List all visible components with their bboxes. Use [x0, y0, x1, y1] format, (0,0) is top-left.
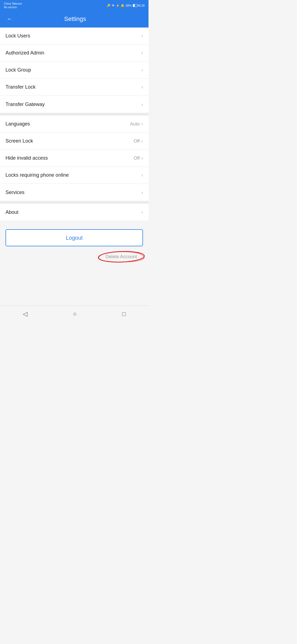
settings-item-authorized-admin[interactable]: Authorized Admin › [0, 45, 148, 62]
section-gap-1 [0, 113, 148, 116]
eye-icon: 👁 [112, 4, 115, 7]
status-bar: China Telecom No service 🔑 👁 ⚡ 🔔 38% 3:1… [0, 0, 148, 10]
item-label: Hide invalid access [6, 155, 48, 161]
item-label: Locks requiring phone online [6, 172, 69, 178]
item-label: Transfer Lock [6, 84, 35, 90]
item-label: Lock Users [6, 33, 30, 39]
battery-percent: 38% [126, 4, 132, 7]
settings-item-screen-lock[interactable]: Screen Lock Off › [0, 133, 148, 150]
item-label: Lock Group [6, 67, 31, 73]
settings-item-transfer-gateway[interactable]: Transfer Gateway › [0, 96, 148, 113]
main-content: Lock Users › Authorized Admin › Lock Gro… [0, 28, 148, 305]
battery-icon [133, 4, 138, 7]
nav-recent-button[interactable]: □ [114, 308, 134, 320]
bottom-section: Logout Delete Account [0, 221, 148, 305]
chevron-icon: › [141, 172, 143, 178]
item-right: › [141, 67, 143, 73]
item-label: Screen Lock [6, 138, 33, 144]
settings-item-lock-group[interactable]: Lock Group › [0, 62, 148, 79]
chevron-icon: › [141, 33, 143, 39]
time-display: 3:18 [139, 4, 145, 7]
key-icon: 🔑 [107, 4, 111, 7]
settings-section-1: Lock Users › Authorized Admin › Lock Gro… [0, 28, 148, 113]
settings-item-services[interactable]: Services › [0, 184, 148, 201]
chevron-icon: › [141, 190, 143, 195]
nav-home-button[interactable]: ○ [65, 308, 85, 320]
item-right: › [141, 209, 143, 215]
chevron-icon: › [141, 67, 143, 73]
chevron-icon: › [141, 84, 143, 90]
settings-item-languages[interactable]: Languages Auto › [0, 116, 148, 133]
settings-item-about[interactable]: About › [0, 204, 148, 221]
item-right: Off › [134, 138, 143, 144]
settings-item-lock-users[interactable]: Lock Users › [0, 28, 148, 45]
delete-account-button[interactable]: Delete Account [102, 252, 140, 262]
chevron-icon: › [141, 50, 143, 56]
item-label: About [6, 209, 18, 215]
delete-account-circle: Delete Account [102, 252, 140, 262]
item-label: Services [6, 190, 24, 195]
nav-back-button[interactable]: ◁ [15, 308, 36, 320]
item-value: Off [134, 138, 140, 144]
section-gap-2 [0, 201, 148, 204]
chevron-icon: › [141, 102, 143, 107]
item-value: Off [134, 155, 140, 161]
back-button[interactable]: ← [4, 13, 15, 25]
carrier-info: China Telecom No service [4, 2, 22, 9]
status-icons: 🔑 👁 ⚡ 🔔 38% 3:18 [107, 4, 145, 7]
chevron-icon: › [141, 155, 143, 161]
item-right: › [141, 172, 143, 178]
settings-item-locks-requiring-phone[interactable]: Locks requiring phone online › [0, 167, 148, 184]
settings-section-3: About › [0, 204, 148, 221]
item-right: › [141, 102, 143, 107]
delete-account-wrapper: Delete Account [6, 252, 143, 262]
item-value: Auto [130, 121, 140, 127]
item-label: Transfer Gateway [6, 102, 45, 107]
item-right: Off › [134, 155, 143, 161]
chevron-icon: › [141, 138, 143, 144]
item-right: › [141, 33, 143, 39]
chevron-icon: › [141, 121, 143, 127]
carrier-name: China Telecom [4, 2, 22, 6]
item-right: › [141, 50, 143, 56]
chevron-icon: › [141, 209, 143, 215]
app-bar: ← Settings [0, 10, 148, 28]
item-right: › [141, 190, 143, 195]
settings-item-transfer-lock[interactable]: Transfer Lock › [0, 79, 148, 96]
bluetooth-icon: ⚡ [116, 4, 120, 7]
alarm-icon: 🔔 [121, 4, 125, 7]
item-label: Languages [6, 121, 30, 127]
no-service: No service [4, 6, 22, 9]
nav-bar: ◁ ○ □ [0, 305, 148, 322]
logout-button[interactable]: Logout [6, 229, 143, 246]
settings-item-hide-invalid-access[interactable]: Hide invalid access Off › [0, 150, 148, 167]
item-right: Auto › [130, 121, 143, 127]
item-label: Authorized Admin [6, 50, 44, 56]
page-title: Settings [17, 15, 133, 23]
settings-section-2: Languages Auto › Screen Lock Off › Hide … [0, 116, 148, 201]
item-right: › [141, 84, 143, 90]
